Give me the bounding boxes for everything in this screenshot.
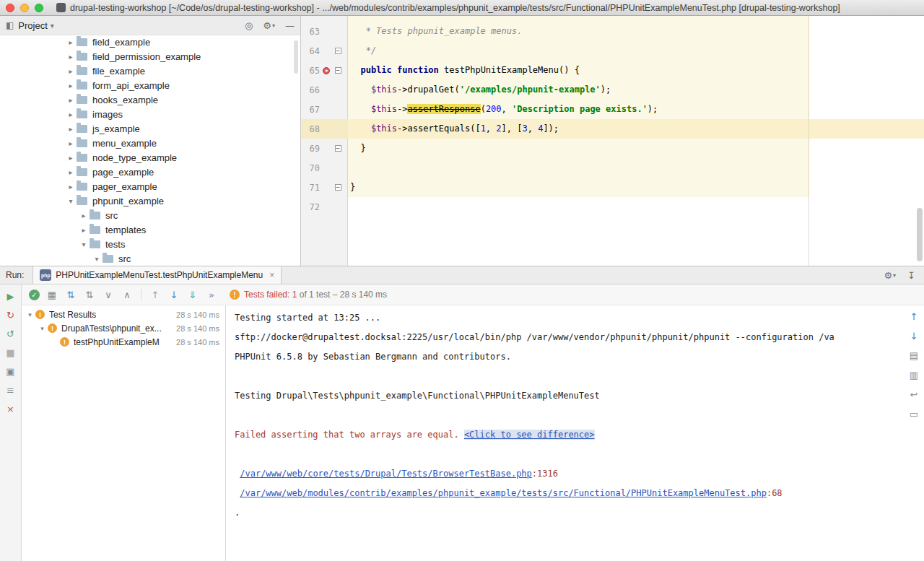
more-options-icon[interactable]: »: [205, 288, 218, 301]
show-ignored-icon[interactable]: ▦: [45, 288, 58, 301]
print-console-icon[interactable]: ▥: [907, 368, 920, 381]
editor-line: 71−}: [301, 178, 924, 197]
stacktrace-file-link[interactable]: /var/www/web/modules/contrib/examples/ph…: [240, 488, 767, 498]
restore-layout-icon[interactable]: ▣: [4, 365, 17, 378]
chevron-right-icon[interactable]: ▸: [65, 139, 77, 147]
folder-icon: [77, 38, 87, 46]
settings-gear-icon[interactable]: ⚙▾: [263, 20, 275, 31]
see-difference-link[interactable]: <Click to see difference>: [464, 430, 595, 440]
next-failed-test-icon[interactable]: ↓: [167, 288, 180, 301]
close-tab-icon[interactable]: ×: [4, 402, 17, 415]
code-line[interactable]: $this->assertResponse(200, 'Description …: [348, 100, 924, 119]
fold-icon[interactable]: −: [335, 67, 341, 74]
pin-tab-icon[interactable]: ≡: [4, 383, 17, 396]
line-number: 71: [301, 183, 320, 193]
chevron-right-icon[interactable]: ▸: [65, 110, 77, 118]
soft-wrap-icon[interactable]: ↩: [907, 388, 920, 401]
fold-icon[interactable]: −: [335, 48, 341, 54]
test-tree-item[interactable]: ▾!Drupal\Tests\phpunit_ex...28 s 140 ms: [22, 321, 225, 335]
console-line: Testing Drupal\Tests\phpunit_example\Fun…: [235, 386, 902, 406]
rerun-test-icon[interactable]: ▶: [4, 290, 17, 303]
code-line[interactable]: }: [348, 178, 924, 197]
project-tree-item[interactable]: ▾src: [0, 251, 300, 266]
project-tree-item[interactable]: ▾phpunit_example: [0, 193, 300, 208]
sort-by-duration-icon[interactable]: ⇅: [64, 288, 77, 301]
project-tree-item[interactable]: ▸images: [0, 107, 300, 121]
project-tree-item[interactable]: ▸js_example: [0, 121, 300, 136]
settings-gear-icon[interactable]: ⚙▾: [884, 270, 896, 281]
chevron-right-icon[interactable]: ▸: [65, 38, 77, 46]
scroll-to-top-icon[interactable]: ↑: [907, 310, 920, 323]
project-tree-item[interactable]: ▸field_example: [0, 35, 300, 49]
test-console[interactable]: Testing started at 13:25 ...sftp://docke…: [226, 305, 924, 561]
sort-alphabetically-icon[interactable]: ⇅: [83, 288, 96, 301]
phpstorm-window: drupal-testing-workshop [~/Code/os/drupa…: [0, 0, 924, 561]
chevron-right-icon[interactable]: ▸: [65, 183, 77, 191]
minimize-window-button[interactable]: [20, 4, 29, 12]
project-tree-item[interactable]: ▸templates: [0, 222, 300, 237]
code-line[interactable]: $this->drupalGet('/examples/phpunit-exam…: [348, 80, 924, 100]
code-line[interactable]: * Tests phpunit_example menus.: [348, 22, 924, 41]
close-window-button[interactable]: [6, 4, 14, 12]
rerun-failed-tests-icon[interactable]: ↻: [4, 308, 17, 321]
collapse-all-icon[interactable]: ∧: [121, 288, 134, 301]
chevron-right-icon[interactable]: ▸: [78, 226, 90, 234]
chevron-down-icon[interactable]: ▾: [65, 197, 77, 205]
fold-icon[interactable]: −: [335, 184, 341, 191]
chevron-right-icon[interactable]: ▸: [65, 67, 77, 75]
chevron-down-icon[interactable]: ▾: [37, 325, 48, 332]
run-tab[interactable]: php PHPUnitExampleMenuTest.testPhpUnitEx…: [32, 266, 282, 284]
chevron-right-icon[interactable]: ▸: [65, 53, 77, 61]
code-line[interactable]: [348, 197, 924, 217]
fold-icon[interactable]: −: [335, 145, 341, 152]
project-tree-item[interactable]: ▸field_permission_example: [0, 49, 300, 64]
export-test-results-icon[interactable]: ▤: [907, 349, 920, 362]
project-scrollbar[interactable]: [294, 40, 298, 74]
chevron-right-icon[interactable]: ▸: [65, 154, 77, 162]
chevron-down-icon[interactable]: ▾: [78, 240, 90, 248]
project-tree-item[interactable]: ▸pager_example: [0, 179, 300, 193]
show-passed-icon[interactable]: ✓: [29, 290, 40, 300]
project-item-label: node_type_example: [92, 152, 177, 163]
project-tree-item[interactable]: ▸hooks_example: [0, 92, 300, 107]
clear-console-icon[interactable]: ▭: [907, 407, 920, 420]
import-test-results-icon[interactable]: ⇓: [186, 288, 199, 301]
expand-all-icon[interactable]: ∨: [102, 288, 115, 301]
editor-pane[interactable]: 63 * Tests phpunit_example menus.64− */6…: [301, 16, 924, 266]
code-line[interactable]: public function testPhpUnitExampleMenu()…: [348, 61, 924, 80]
chevron-right-icon[interactable]: ▸: [65, 96, 77, 104]
chevron-down-icon[interactable]: ▾: [91, 255, 103, 263]
project-tree-item[interactable]: ▸src: [0, 208, 300, 222]
project-tree-item[interactable]: ▸file_example: [0, 64, 300, 78]
scope-background: [348, 16, 924, 22]
chevron-right-icon[interactable]: ▸: [65, 82, 77, 90]
test-tree-item[interactable]: !testPhpUnitExampleM28 s 140 ms: [22, 335, 225, 349]
dock-panel-icon[interactable]: ↧: [907, 270, 915, 281]
project-tree-item[interactable]: ▾tests: [0, 237, 300, 251]
hide-panel-icon[interactable]: —: [285, 20, 295, 31]
locate-file-icon[interactable]: ◎: [245, 20, 253, 31]
stacktrace-file-link[interactable]: /var/www/web/core/tests/Drupal/Tests/Bro…: [240, 469, 532, 479]
chevron-down-icon[interactable]: ▾: [25, 311, 35, 318]
chevron-right-icon[interactable]: ▸: [65, 125, 77, 133]
chevron-right-icon[interactable]: ▸: [65, 168, 77, 176]
code-line[interactable]: [348, 158, 924, 178]
test-tree-item[interactable]: ▾!Test Results28 s 140 ms: [22, 308, 225, 321]
stop-icon[interactable]: ■: [4, 346, 17, 359]
zoom-window-button[interactable]: [35, 4, 43, 12]
project-panel-title[interactable]: Project: [18, 20, 47, 31]
failed-test-gutter-icon[interactable]: [323, 67, 330, 74]
scroll-to-bottom-icon[interactable]: ↓: [907, 329, 920, 342]
toggle-auto-test-icon[interactable]: ↺: [4, 327, 17, 340]
project-tree-item[interactable]: ▸node_type_example: [0, 150, 300, 165]
editor-scrollbar[interactable]: [917, 208, 923, 261]
project-tree-item[interactable]: ▸form_api_example: [0, 78, 300, 92]
project-tree-item[interactable]: ▸page_example: [0, 165, 300, 179]
code-line[interactable]: $this->assertEquals([1, 2], [3, 4]);: [348, 119, 924, 139]
project-tree-item[interactable]: ▸menu_example: [0, 136, 300, 150]
previous-failed-test-icon[interactable]: ↑: [149, 288, 162, 301]
chevron-right-icon[interactable]: ▸: [78, 212, 90, 219]
close-icon[interactable]: ×: [269, 270, 274, 280]
code-line[interactable]: */: [348, 41, 924, 61]
code-line[interactable]: }: [348, 139, 924, 158]
